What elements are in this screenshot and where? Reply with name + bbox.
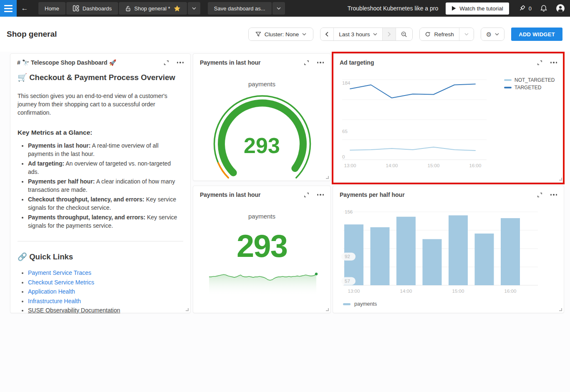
gauge-series-label: payments xyxy=(193,80,330,88)
watch-tutorial-button[interactable]: Watch the tutorial xyxy=(446,3,509,15)
widget-menu-icon[interactable] xyxy=(177,60,184,65)
divider xyxy=(18,241,183,241)
chevron-down-icon xyxy=(464,33,469,35)
widget-header: Payments in last hour xyxy=(193,54,330,66)
back-arrow-icon[interactable]: ← xyxy=(17,0,33,17)
expand-icon[interactable] xyxy=(303,60,310,66)
promo-text: Troubleshoot Kubernetes like a pro xyxy=(348,5,438,12)
legend-swatch xyxy=(343,303,351,305)
resize-handle[interactable] xyxy=(186,308,189,311)
pinned-items-button[interactable]: 0 xyxy=(518,5,532,12)
expand-icon[interactable] xyxy=(537,60,543,66)
widget-payments-per-half-hour: Payments per half hour 156925713:0014:00… xyxy=(333,186,564,313)
list-item: Checkout Service Metrics xyxy=(28,279,183,286)
cluster-filter: Cluster: None xyxy=(248,28,314,41)
svg-text:13:00: 13:00 xyxy=(344,163,356,168)
list-item: Payments throughput, latency, and errors… xyxy=(28,213,183,230)
expand-icon[interactable] xyxy=(303,192,310,198)
svg-text:57: 57 xyxy=(345,279,350,284)
quick-link[interactable]: Application Health xyxy=(28,288,75,295)
resize-handle[interactable] xyxy=(559,308,562,311)
chart-legend[interactable]: payments xyxy=(343,301,377,307)
widget-title: Payments in last hour xyxy=(200,191,303,198)
chart-legend: NOT_TARGETED TARGETED xyxy=(504,77,555,90)
widget-menu-icon[interactable] xyxy=(550,192,557,197)
expand-icon[interactable] xyxy=(537,192,543,198)
svg-text:0: 0 xyxy=(342,154,345,159)
chevron-down-icon xyxy=(495,33,499,35)
cluster-filter-label: Cluster: None xyxy=(265,31,299,38)
widget-menu-icon[interactable] xyxy=(317,60,324,65)
widget-markdown: # 🔭 Telescope Shop Dashboard 🚀 🛒 Checkou… xyxy=(10,53,191,313)
time-range-button[interactable]: Last 3 hours xyxy=(333,28,382,40)
widget-menu-icon[interactable] xyxy=(317,192,324,197)
svg-text:16:00: 16:00 xyxy=(504,289,517,294)
resize-handle[interactable] xyxy=(559,178,562,181)
quick-links-heading: 🔗 Quick Links xyxy=(18,252,183,261)
refresh-control: Refresh xyxy=(419,28,474,41)
markdown-intro: This section gives you an end-to-end vie… xyxy=(18,92,183,117)
header-controls: Cluster: None Last 3 hours xyxy=(248,28,562,41)
expand-icon[interactable] xyxy=(163,60,169,66)
nav-current-dashboard-button[interactable]: Shop general * xyxy=(119,2,187,15)
resize-handle[interactable] xyxy=(326,176,329,179)
save-options-chevron[interactable] xyxy=(272,2,285,15)
time-range-control: Last 3 hours xyxy=(320,28,413,41)
list-item: Checkout throughput, latency, and errors… xyxy=(28,195,183,212)
quick-links-list: Payment Service Traces Checkout Service … xyxy=(18,270,183,314)
legend-swatch xyxy=(504,87,512,89)
page-title: Shop general xyxy=(7,30,57,39)
quick-link[interactable]: Payment Service Traces xyxy=(28,269,91,276)
add-widget-button[interactable]: ADD WIDGET xyxy=(511,28,562,41)
save-dashboard-as-button[interactable]: Save dashboard as... xyxy=(208,2,272,15)
time-back-button[interactable] xyxy=(320,28,333,40)
legend-item[interactable]: NOT_TARGETED xyxy=(504,77,555,83)
nav-home-button[interactable]: Home xyxy=(38,2,66,15)
favorite-star-icon[interactable] xyxy=(174,5,181,12)
widget-menu-icon[interactable] xyxy=(550,60,557,65)
pin-count: 0 xyxy=(529,5,532,12)
unlocked-icon xyxy=(125,5,131,12)
watch-tutorial-label: Watch the tutorial xyxy=(459,5,503,12)
svg-text:14:00: 14:00 xyxy=(400,289,412,294)
quick-link[interactable]: Infrastructure Health xyxy=(28,298,81,304)
time-forward-button[interactable] xyxy=(382,28,396,40)
widget-payments-number: Payments in last hour payments 293 xyxy=(193,186,331,313)
svg-text:156: 156 xyxy=(345,209,353,214)
refresh-button[interactable]: Refresh xyxy=(420,28,459,40)
settings-button[interactable]: ⚙ xyxy=(481,28,504,40)
refresh-options-chevron[interactable] xyxy=(459,28,474,40)
resize-handle[interactable] xyxy=(326,308,329,311)
time-range-label: Last 3 hours xyxy=(339,31,370,38)
navbar-right: 0 xyxy=(518,4,565,13)
widget-payments-gauge: Payments in last hour payments 293 xyxy=(193,53,331,181)
svg-text:13:00: 13:00 xyxy=(348,289,360,294)
svg-text:65: 65 xyxy=(342,129,348,134)
legend-item[interactable]: TARGETED xyxy=(504,85,555,90)
widget-header: Ad targeting xyxy=(333,54,564,66)
zoom-out-time-button[interactable] xyxy=(396,28,412,40)
chevron-down-icon xyxy=(192,7,196,10)
dashboard-settings-control: ⚙ xyxy=(481,28,504,41)
svg-text:92: 92 xyxy=(345,254,350,259)
dashboards-icon xyxy=(73,5,79,12)
quick-link[interactable]: Checkout Service Metrics xyxy=(28,279,94,286)
menu-icon[interactable] xyxy=(0,0,17,17)
quick-link[interactable]: SUSE Observability Documentation xyxy=(28,307,120,314)
nav-home-label: Home xyxy=(45,5,59,12)
nav-dashboards-button[interactable]: Dashboards xyxy=(66,2,118,15)
user-menu-button[interactable] xyxy=(556,4,565,13)
markdown-content: 🛒 Checkout & Payment Process Overview Th… xyxy=(10,73,190,314)
widget-title: Payments per half hour xyxy=(340,191,537,198)
nav-breadcrumb-group: Home Dashboards Shop general * xyxy=(38,2,200,15)
svg-text:16:00: 16:00 xyxy=(469,163,482,168)
legend-swatch xyxy=(504,79,512,81)
notifications-button[interactable] xyxy=(540,5,547,12)
gauge-value: 293 xyxy=(193,133,330,158)
list-item: Payments per half hour: A clear indicati… xyxy=(28,177,183,194)
widget-header: Payments per half hour xyxy=(333,186,564,198)
list-item: Payment Service Traces xyxy=(28,270,183,276)
cluster-filter-button[interactable]: Cluster: None xyxy=(249,28,313,40)
list-item: Payments in last hour: A real-time overv… xyxy=(28,141,183,158)
dashboard-options-chevron[interactable] xyxy=(188,2,200,15)
